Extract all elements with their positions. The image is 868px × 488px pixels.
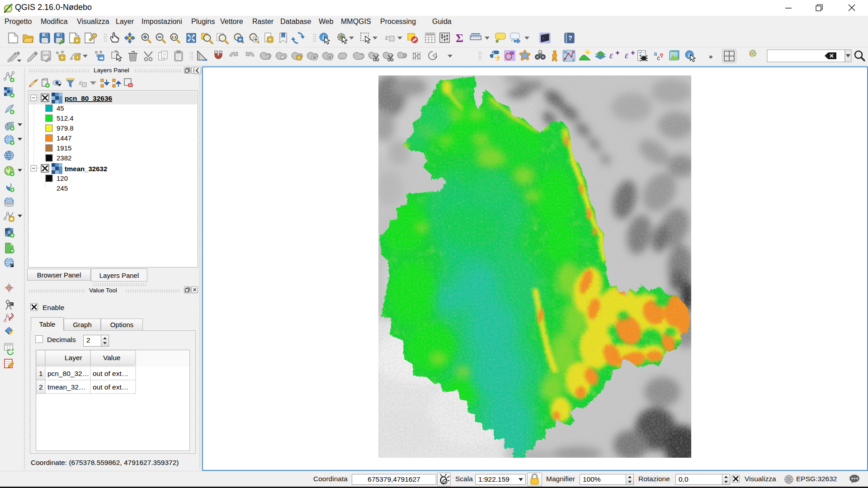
svg-text:i: i [322,34,324,41]
svg-text:out of ext…: out of ext… [93,370,128,377]
svg-text:1447: 1447 [57,134,71,142]
svg-text:2: 2 [39,383,43,391]
svg-text:?: ? [568,34,572,42]
svg-text:C: C [10,303,13,306]
svg-text:2382: 2382 [57,154,71,162]
svg-text:512.4: 512.4 [57,114,74,122]
svg-text:ε: ε [79,79,82,86]
svg-text:Σ: Σ [456,32,463,45]
svg-text:i: i [688,52,690,58]
svg-text:tmean_32632: tmean_32632 [65,165,107,173]
svg-text:2: 2 [563,58,565,61]
svg-text:»: » [709,52,712,60]
svg-text:ε: ε [385,33,388,42]
svg-text:Layer: Layer [65,354,82,361]
svg-text:pcn_80_32…: pcn_80_32… [47,370,89,377]
svg-text:ε: ε [625,50,628,60]
svg-text:ę: ę [660,51,663,58]
svg-text:1: 1 [39,370,43,377]
svg-text:45: 45 [57,104,64,112]
svg-text:1915: 1915 [57,144,71,152]
svg-text:10: 10 [563,51,567,54]
svg-text:3: 3 [572,58,574,61]
svg-text:ε: ε [609,50,613,60]
svg-text:ć: ć [657,55,660,61]
svg-text:out of ext…: out of ext… [93,383,128,391]
svg-text:Value: Value [103,354,121,361]
svg-text:120: 120 [57,174,68,182]
svg-text:979.8: 979.8 [57,124,74,132]
svg-text:tmean_32…: tmean_32… [47,383,85,391]
svg-text:1:1: 1:1 [172,35,177,39]
svg-text:pcn_80_32636: pcn_80_32636 [65,94,113,102]
svg-text:245: 245 [57,184,68,192]
